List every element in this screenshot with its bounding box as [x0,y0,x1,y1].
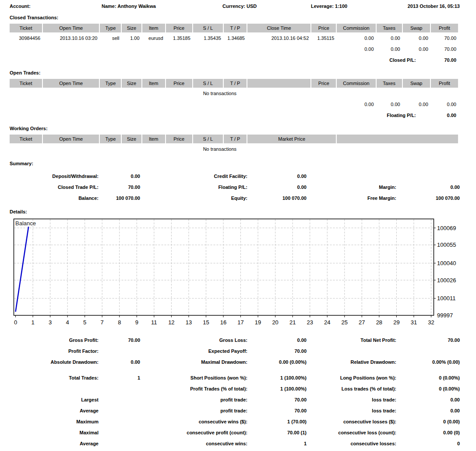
stat-value: 0 [396,438,460,449]
stat-label: Absolute Drawdown: [10,356,99,367]
total-swap: 0.00 [403,43,430,54]
stat-label: Average [10,438,99,449]
stat-label: loss trade: [307,394,396,405]
balance-chart-wrap: 1000691000551000401000261000110134578911… [10,218,460,329]
svg-text:31: 31 [411,319,417,326]
account-label: Account: [10,4,31,9]
stat-label: Maximal Drawdown: [140,356,247,367]
no-transactions-row: No transactions [10,143,458,154]
column-header: Size [122,79,141,88]
stat-value: 0 (0.00%) [396,383,460,394]
stat-label: loss trade: [307,405,396,416]
column-header: Size [122,135,141,143]
column-header: T / P [224,135,247,143]
svg-text:3: 3 [49,319,52,326]
column-header: Type [100,79,121,88]
stat-label: profit trade: [140,394,247,405]
svg-text:0: 0 [14,319,17,326]
working-orders-heading: Working Orders: [10,125,460,132]
stat-row: Average consecutive wins: 1 consecutive … [10,438,460,449]
open-trades-table: Ticket Open Time Type Size Item Price S … [9,79,459,121]
svg-text:15: 15 [203,319,209,326]
closed-transactions-heading: Closed Transactions: [10,14,460,21]
column-header: Open Time [43,135,99,143]
stat-value: 1 (100.00%) [247,372,307,383]
stat-label: Expected Payoff: [140,345,247,356]
stat-value: 70.00 [247,345,307,356]
svg-text:Balance: Balance [15,220,36,227]
svg-text:13: 13 [186,319,192,326]
closed-pl-row: Closed P/L: 70.00 [10,54,458,65]
stat-label: Profit Factor: [10,345,99,356]
stat-label: Average [10,405,99,416]
summary-value [396,170,460,181]
closed-transactions-table: Ticket Open Time Type Size Item Price S … [9,24,459,65]
column-header: Taxes [377,79,402,88]
summary-label: Margin: [307,181,396,192]
working-header-row: Ticket Open Time Type Size Item Price S … [10,135,458,143]
stat-label: Loss trades (% of total): [307,383,396,394]
total-commission: 0.00 [337,43,375,54]
statistics-grid-2: Total Trades: 1 Short Positions (won %):… [10,372,460,449]
svg-text:1: 1 [31,319,34,326]
stat-value [99,394,140,405]
svg-text:100040: 100040 [437,260,456,266]
cell-close-price: 1.35115 [311,32,336,43]
cell-ticket: 30984456 [10,32,42,43]
stat-value [99,438,140,449]
stat-row: Average profit trade: 70.00 loss trade: … [10,405,460,416]
svg-text:21: 21 [289,319,296,326]
stat-label: Largest [10,394,99,405]
total-profit: 0.00 [431,99,458,110]
column-header: Ticket [10,135,42,143]
report-datetime: 2013 October 16, 05:13 [408,4,460,9]
statistics-grid-1: Gross Profit: 70.00 Gross Loss: 0.00 Tot… [10,334,460,367]
floating-pl-value: 0.00 [431,110,458,121]
cell-sl: 1.35435 [193,32,223,43]
column-header: T / P [224,79,247,88]
cell-profit: 70.00 [431,32,458,43]
cell-size: 1.00 [122,32,141,43]
summary-value: 100 070.00 [247,192,307,203]
stat-label: consecutive losses: [307,438,396,449]
stat-row: Maximum consecutive wins ($): 1 (70.00) … [10,416,460,427]
stat-row: Profit Factor: Expected Payoff: 70.00 [10,345,460,356]
account-name: Name: Anthony Waikwa [102,4,156,9]
summary-label: Floating P/L: [140,181,247,192]
stat-label [10,383,99,394]
svg-text:100055: 100055 [437,241,456,248]
svg-text:32: 32 [428,319,434,326]
svg-text:99997: 99997 [437,312,453,319]
column-header: Ticket [10,79,42,88]
cell-type: sell [100,32,121,43]
stat-row: Largest profit trade: 70.00 loss trade: … [10,394,460,405]
stat-value: 0.00% (0.00) [396,356,460,367]
stat-value: 0.00 [99,356,140,367]
column-header-market-price: Market Price [247,135,336,143]
stat-value: 70.00 [247,405,307,416]
svg-text:7: 7 [101,319,104,326]
column-header: T / P [224,24,247,32]
open-trades-heading: Open Trades: [10,70,460,76]
floating-pl-row: Floating P/L: 0.00 [10,110,458,121]
summary-grid: Deposit/Withdrawal: 0.00 Credit Facility… [10,170,460,203]
closed-pl-label: Closed P/L: [10,54,430,65]
cell-swap: 0.00 [403,32,430,43]
column-header: Size [122,24,141,32]
summary-value: 100 070.00 [396,192,460,203]
stat-value: 1 [99,372,140,383]
stat-value: 1 [247,438,307,449]
svg-text:28: 28 [376,319,382,326]
svg-text:9: 9 [135,319,138,326]
account-header: Account: Name: Anthony Waikwa Currency: … [10,0,460,14]
floating-pl-label: Floating P/L: [10,110,430,121]
summary-label: Closed Trade P/L: [10,181,99,192]
cell-open-time: 2013.10.16 03:20 [43,32,99,43]
total-swap: 0.00 [403,99,430,110]
stat-label: Maximal [10,427,99,438]
column-header: Item [142,79,165,88]
column-header: Ticket [10,24,42,32]
summary-value: 0.00 [247,170,307,181]
svg-text:12: 12 [168,319,174,326]
stat-value [99,416,140,427]
